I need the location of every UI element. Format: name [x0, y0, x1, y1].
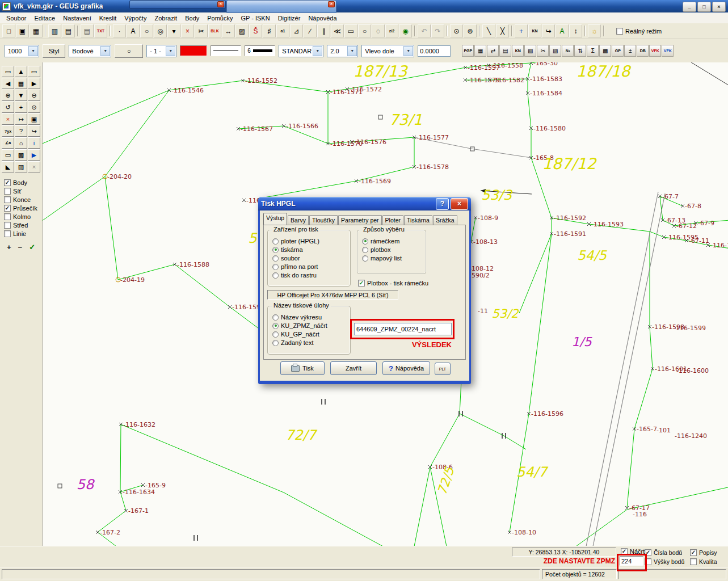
sidebar-tool[interactable]: ▩: [15, 149, 27, 161]
toolbar2-icon[interactable]: PGP: [462, 45, 474, 57]
sidebar-tool[interactable]: ▲: [15, 66, 27, 77]
sidebar-tool[interactable]: ▣: [28, 113, 40, 125]
close-icon[interactable]: ×: [217, 1, 224, 7]
color-swatch-button[interactable]: [180, 45, 207, 56]
toolbar-icon[interactable]: ▦: [30, 24, 43, 37]
sidebar-checkbox[interactable]: Konce: [4, 196, 41, 203]
chevron-down-icon[interactable]: ▾: [28, 46, 38, 56]
sidebar-checkbox[interactable]: Síť: [4, 188, 41, 195]
toolbar2-icon[interactable]: ▩: [599, 45, 611, 57]
toolbar-icon[interactable]: ▥: [48, 24, 61, 37]
menu-item[interactable]: Soubor: [2, 14, 30, 23]
sidebar-tool[interactable]: ?: [15, 125, 27, 137]
sidebar-tool[interactable]: ▶: [28, 78, 40, 89]
toolbar-icon[interactable]: ×: [181, 24, 194, 37]
radio-option[interactable]: mapový list: [362, 255, 423, 262]
tab[interactable]: Srážka: [433, 215, 457, 225]
toolbar-icon[interactable]: ▨: [235, 24, 249, 37]
sidebar-tool[interactable]: i: [28, 137, 40, 149]
sidebar-checkbox[interactable]: Střed: [4, 222, 41, 229]
toolbar-icon[interactable]: ☼: [588, 24, 601, 37]
toolbar-icon[interactable]: +: [515, 24, 528, 37]
toolbar-icon[interactable]: ╲: [482, 24, 495, 37]
close-button[interactable]: ×: [712, 2, 726, 12]
menu-item[interactable]: Digitizér: [274, 14, 305, 23]
toolbar-icon[interactable]: ≪: [331, 24, 344, 37]
toolbar-icon[interactable]: A: [127, 24, 140, 37]
toolbar2-icon[interactable]: ▤: [499, 45, 511, 57]
dialog-close-button[interactable]: ×: [451, 198, 468, 210]
maximize-button[interactable]: □: [697, 2, 711, 12]
layer-combobox[interactable]: - 1 - ▾: [146, 45, 176, 57]
toolbar-icon[interactable]: ⊿: [290, 24, 303, 37]
toolbar-icon[interactable]: ∕: [304, 24, 317, 37]
sidebar-tool[interactable]: ⊕: [2, 90, 14, 101]
sidebar-tool[interactable]: ↪: [28, 125, 40, 137]
nacrt-checkbox[interactable]: Náčrt: [621, 548, 645, 555]
status-toggle[interactable]: Výšky bodů: [645, 557, 690, 566]
line-style-button[interactable]: [211, 45, 241, 56]
toolbar-icon[interactable]: ○: [140, 24, 153, 37]
sidebar-tool[interactable]: ⌂: [15, 137, 27, 149]
status-toggle[interactable]: Popisy: [690, 548, 725, 557]
toolbar-icon[interactable]: ╳: [496, 24, 509, 37]
menu-item[interactable]: Nastavení: [59, 14, 95, 23]
toolbar-icon[interactable]: a1: [276, 24, 289, 37]
toolbar2-icon[interactable]: №: [562, 45, 574, 57]
styl-button[interactable]: Styl: [43, 44, 65, 58]
sidebar-sign[interactable]: +: [7, 243, 11, 251]
tab[interactable]: Barvy: [288, 215, 309, 225]
help-button[interactable]: ? Nápověda: [382, 361, 430, 375]
radio-option[interactable]: KU_GP_náčrt: [272, 331, 348, 338]
pen-width-button[interactable]: 6: [245, 45, 275, 56]
toolbar-icon[interactable]: TXT: [94, 24, 107, 37]
sidebar-tool[interactable]: ?yx: [2, 125, 14, 137]
chevron-down-icon[interactable]: ▾: [403, 46, 413, 56]
text-size-combobox[interactable]: 2.0 ▾: [327, 45, 358, 57]
toolbar2-icon[interactable]: ✂: [537, 45, 549, 57]
toolbar-icon[interactable]: ◌: [372, 24, 385, 37]
toolbar-icon[interactable]: ◎: [154, 24, 167, 37]
radio-option[interactable]: Zadaný text: [272, 339, 348, 346]
toolbar-icon[interactable]: ⊙: [450, 24, 463, 37]
toolbar-icon[interactable]: z/2: [385, 24, 398, 37]
point-type-combobox[interactable]: Bodové ▾: [69, 45, 111, 57]
sidebar-tool[interactable]: ▼: [15, 90, 27, 101]
dialog-title-bar[interactable]: Tisk HPGL ? ×: [258, 197, 471, 210]
toolbar-icon[interactable]: ↔: [222, 24, 235, 37]
toolbar-icon[interactable]: ⊚: [464, 24, 477, 37]
toolbar-icon[interactable]: ↕: [569, 24, 582, 37]
toolbar-icon[interactable]: ↶: [418, 24, 431, 37]
chevron-down-icon[interactable]: ▾: [347, 46, 357, 56]
toolbar2-icon[interactable]: GP: [612, 45, 624, 57]
close-icon[interactable]: ×: [328, 1, 335, 7]
sidebar-checkbox[interactable]: Kolmo: [4, 213, 41, 220]
menu-item[interactable]: GP - ISKN: [237, 14, 274, 23]
menu-item[interactable]: Editace: [30, 14, 59, 23]
sidebar-tool[interactable]: ∠a: [2, 137, 14, 149]
toolbar2-icon[interactable]: ⇅: [574, 45, 586, 57]
realny-rezim-checkbox[interactable]: Reálný režim: [616, 28, 662, 35]
chevron-down-icon[interactable]: ▾: [100, 46, 110, 56]
radio-option[interactable]: přímo na port: [272, 263, 348, 270]
toolbar2-icon[interactable]: ⇄: [487, 45, 499, 57]
sidebar-tool[interactable]: ⊖: [28, 90, 40, 101]
toolbar-icon[interactable]: ○: [358, 24, 371, 37]
toolbar2-icon[interactable]: KN: [512, 45, 524, 57]
sidebar-tool[interactable]: ▨: [15, 161, 27, 172]
toolbar-icon[interactable]: ∙: [113, 24, 126, 37]
sidebar-sign[interactable]: −: [18, 243, 23, 251]
print-button[interactable]: Tisk: [280, 361, 325, 375]
symbol-button[interactable]: ○: [115, 44, 143, 58]
toolbar-icon[interactable]: ▾: [167, 24, 180, 37]
toolbar-icon[interactable]: Š: [249, 24, 262, 37]
menu-item[interactable]: Zobrazit: [150, 14, 181, 23]
toolbar-icon[interactable]: KN: [528, 24, 541, 37]
chevron-down-icon[interactable]: ▾: [166, 46, 175, 56]
toolbar-icon[interactable]: ↪: [542, 24, 555, 37]
minimize-button[interactable]: _: [683, 2, 696, 12]
menu-item[interactable]: Kreslit: [95, 14, 121, 23]
tab[interactable]: Ploter: [382, 215, 403, 225]
toolbar2-icon[interactable]: ▦: [474, 45, 486, 57]
sidebar-tool[interactable]: ▭: [28, 66, 40, 77]
